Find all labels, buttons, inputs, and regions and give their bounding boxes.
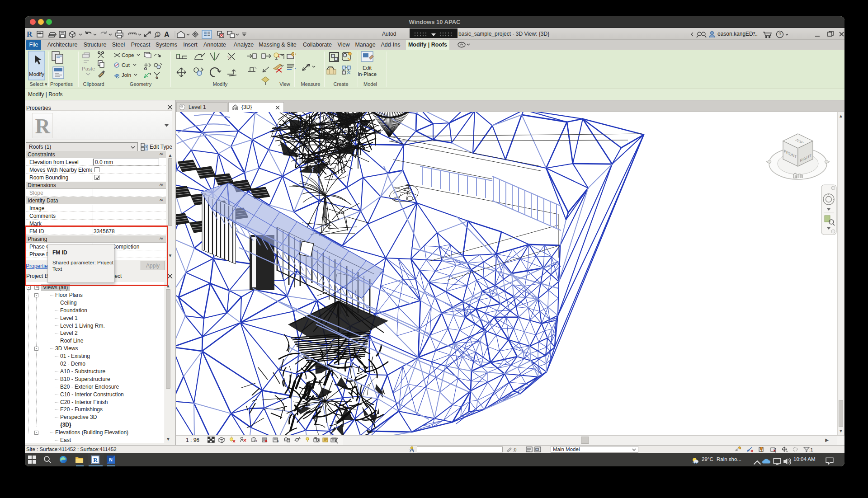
svg-text:R: R (93, 456, 98, 463)
svg-text:Modify: Modify (29, 71, 44, 77)
svg-text:In-Place: In-Place (358, 71, 377, 77)
svg-text:1: 1 (157, 33, 159, 37)
svg-text:?: ? (778, 32, 781, 37)
svg-text:Join: Join (122, 72, 131, 78)
svg-text:A: A (164, 31, 170, 38)
svg-text:9: 9 (277, 439, 279, 443)
svg-text:Edit: Edit (363, 65, 372, 70)
svg-text:Cut: Cut (122, 62, 130, 68)
svg-text:9: 9 (255, 439, 257, 443)
svg-text::1: :1 (809, 447, 813, 452)
svg-text::0: :0 (513, 447, 517, 452)
svg-text:Cope: Cope (122, 52, 134, 58)
svg-text:R: R (27, 30, 33, 38)
svg-text:Paste: Paste (82, 66, 95, 71)
svg-text:N: N (109, 457, 113, 462)
